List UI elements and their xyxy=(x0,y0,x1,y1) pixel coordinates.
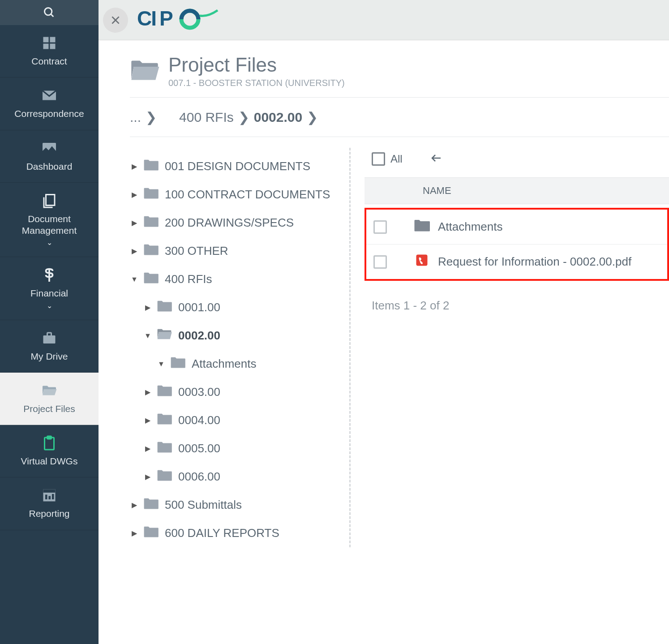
tree-node-label: 200 DRAWINGS/SPECS xyxy=(165,216,294,230)
caret-right-icon[interactable]: ▶ xyxy=(143,444,152,453)
tree-node[interactable]: ▶300 OTHER xyxy=(130,237,345,265)
caret-right-icon[interactable]: ▶ xyxy=(130,219,139,227)
cipo-logo: CI P xyxy=(137,7,222,34)
file-name: Request for Information - 0002.00.pdf xyxy=(438,255,631,269)
caret-right-icon[interactable]: ▶ xyxy=(130,529,139,537)
image-icon xyxy=(41,140,57,156)
folder-icon xyxy=(152,441,178,456)
caret-right-icon[interactable]: ▶ xyxy=(143,388,152,396)
file-row[interactable]: Attachments xyxy=(366,210,667,245)
tree-node[interactable]: ▶200 DRAWINGS/SPECS xyxy=(130,209,345,237)
highlighted-region: AttachmentsRequest for Information - 000… xyxy=(365,208,669,281)
folder-icon xyxy=(139,525,165,541)
tree-node[interactable]: ▶0005.00 xyxy=(130,434,345,463)
svg-rect-15 xyxy=(52,494,54,499)
tree-node-label: 0004.00 xyxy=(178,413,220,427)
mail-icon xyxy=(41,87,57,103)
report-icon xyxy=(41,487,57,503)
pane-divider[interactable] xyxy=(349,148,351,547)
caret-right-icon[interactable]: ▶ xyxy=(130,247,139,255)
caret-down-icon[interactable]: ▼ xyxy=(157,360,166,368)
items-count: Items 1 - 2 of 2 xyxy=(365,281,669,313)
breadcrumb: ... ❯ 400 RFIs ❯ 0002.00 ❯ xyxy=(130,98,669,137)
copy-icon xyxy=(41,193,57,209)
svg-rect-5 xyxy=(50,44,56,49)
caret-down-icon[interactable]: ▼ xyxy=(143,332,152,340)
tree-node[interactable]: ▼Attachments xyxy=(130,350,345,378)
sidebar-item-contract[interactable]: Contract xyxy=(0,25,99,77)
pdf-icon xyxy=(414,253,438,270)
svg-rect-2 xyxy=(43,37,49,43)
tree-node[interactable]: ▼400 RFIs xyxy=(130,265,345,293)
svg-rect-7 xyxy=(46,194,55,205)
dollar-icon xyxy=(41,267,57,283)
tree-node-label: 100 CONTRACT DOCUMENTS xyxy=(165,188,330,202)
tree-node-label: 400 RFIs xyxy=(165,272,212,286)
page-header: Project Files 007.1 - BOOSTER STATION (U… xyxy=(130,54,669,98)
chevron-down-icon: ⌄ xyxy=(47,238,52,247)
sidebar-item-correspondence[interactable]: Correspondence xyxy=(0,77,99,130)
file-row[interactable]: Request for Information - 0002.00.pdf xyxy=(366,245,667,279)
row-checkbox[interactable] xyxy=(373,255,387,269)
sidebar: Contract Correspondence Dashboard Docume… xyxy=(0,0,99,644)
tree-node[interactable]: ▶0003.00 xyxy=(130,378,345,406)
sidebar-item-financial[interactable]: Financial ⌄ xyxy=(0,257,99,320)
svg-rect-8 xyxy=(43,335,56,343)
sidebar-item-label: Document Management xyxy=(4,213,95,237)
tree-node[interactable]: ▶600 DAILY REPORTS xyxy=(130,519,345,547)
folder-icon xyxy=(166,356,192,372)
folder-icon xyxy=(139,187,165,202)
svg-rect-10 xyxy=(47,436,51,439)
content: Project Files 007.1 - BOOSTER STATION (U… xyxy=(99,40,669,644)
tree-node[interactable]: ▶100 CONTRACT DOCUMENTS xyxy=(130,180,345,209)
caret-right-icon[interactable]: ▶ xyxy=(143,303,152,312)
caret-right-icon[interactable]: ▶ xyxy=(143,472,152,481)
folder-icon xyxy=(152,328,178,343)
sidebar-item-document-management[interactable]: Document Management ⌄ xyxy=(0,183,99,258)
tree-node[interactable]: ▶0004.00 xyxy=(130,406,345,434)
tree-node-label: 0001.00 xyxy=(178,301,220,314)
tree-node-label: 0002.00 xyxy=(178,329,220,343)
arrow-left-icon xyxy=(429,153,443,163)
list-column-header-name[interactable]: NAME xyxy=(365,177,669,204)
folder-open-icon xyxy=(41,382,57,399)
svg-rect-4 xyxy=(43,44,49,49)
chevron-right-icon: ❯ xyxy=(146,109,157,125)
svg-rect-3 xyxy=(50,37,56,43)
row-checkbox[interactable] xyxy=(373,220,387,234)
tree-node[interactable]: ▶0001.00 xyxy=(130,293,345,322)
tree-node[interactable]: ▼0002.00 xyxy=(130,322,345,350)
caret-right-icon[interactable]: ▶ xyxy=(143,416,152,425)
caret-right-icon[interactable]: ▶ xyxy=(130,501,139,509)
tree-node-label: 0003.00 xyxy=(178,385,220,399)
tree-node[interactable]: ▶001 DESIGN DOCUMENTS xyxy=(130,152,345,180)
sidebar-item-label: Financial xyxy=(30,288,68,299)
tree-node[interactable]: ▶0006.00 xyxy=(130,463,345,491)
tree-node[interactable]: ▶500 Submittals xyxy=(130,491,345,519)
sidebar-item-project-files[interactable]: Project Files xyxy=(0,373,99,425)
folder-icon xyxy=(139,159,165,174)
breadcrumb-parent[interactable]: 400 RFIs xyxy=(179,110,234,125)
sidebar-item-label: Contract xyxy=(31,56,67,67)
sidebar-item-my-drive[interactable]: My Drive xyxy=(0,320,99,373)
sidebar-item-label: Project Files xyxy=(23,403,75,415)
folder-tree: ▶001 DESIGN DOCUMENTS▶100 CONTRACT DOCUM… xyxy=(130,148,345,547)
select-all-checkbox[interactable] xyxy=(372,152,385,166)
topbar: CI P xyxy=(99,0,669,40)
svg-text:CI: CI xyxy=(137,7,156,30)
sidebar-item-dashboard[interactable]: Dashboard xyxy=(0,130,99,183)
breadcrumb-ellipsis[interactable]: ... xyxy=(130,110,141,125)
sidebar-search[interactable] xyxy=(0,0,99,25)
main-area: CI P Project Files 007.1 - BOOSTER STATI… xyxy=(99,0,669,644)
breadcrumb-current[interactable]: 0002.00 xyxy=(254,110,302,125)
svg-text:P: P xyxy=(159,7,173,30)
page-subtitle: 007.1 - BOOSTER STATION (UNIVERSITY) xyxy=(168,78,345,88)
caret-right-icon[interactable]: ▶ xyxy=(130,190,139,199)
sidebar-item-virtual-dwgs[interactable]: Virtual DWGs xyxy=(0,425,99,477)
caret-down-icon[interactable]: ▼ xyxy=(130,275,139,283)
back-button[interactable] xyxy=(429,153,443,165)
caret-right-icon[interactable]: ▶ xyxy=(130,162,139,171)
close-button[interactable] xyxy=(103,8,128,33)
sidebar-item-label: Virtual DWGs xyxy=(21,455,78,467)
sidebar-item-reporting[interactable]: Reporting xyxy=(0,477,99,530)
